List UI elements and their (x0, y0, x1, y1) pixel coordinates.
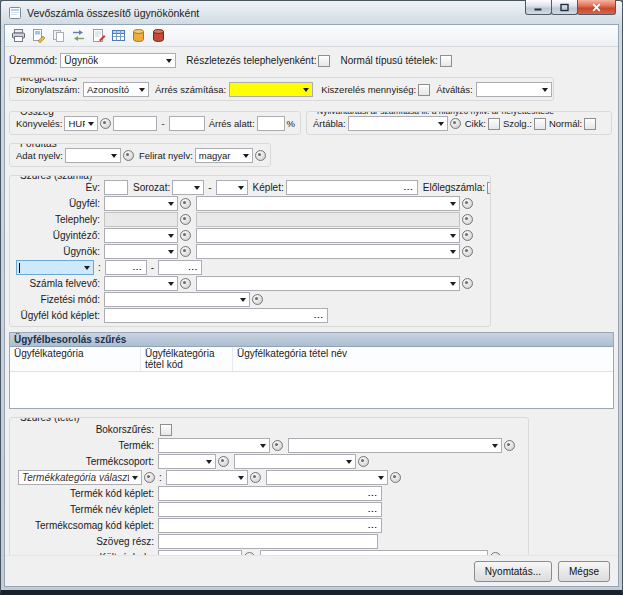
payment-method-combo[interactable] (104, 292, 250, 307)
dropdown-arrow-icon[interactable] (111, 154, 117, 158)
info-icon[interactable] (218, 456, 229, 467)
range-to-field[interactable]: ... (158, 260, 202, 275)
price-table-combo[interactable] (348, 116, 448, 131)
dropdown-arrow-icon[interactable] (243, 154, 249, 158)
doc-number-combo[interactable]: Azonosító (83, 82, 149, 97)
ellipsis-button[interactable]: ... (188, 264, 198, 272)
info-icon[interactable] (390, 472, 401, 483)
package-code-formula-field[interactable]: ... (158, 518, 382, 533)
category-select-combo[interactable]: Termékkategória választás (18, 470, 142, 485)
bush-filter-checkbox[interactable] (160, 424, 172, 436)
detail-per-site-checkbox[interactable] (318, 55, 330, 67)
dropdown-arrow-icon[interactable] (240, 298, 246, 302)
info-icon[interactable] (504, 440, 515, 451)
info-icon[interactable] (490, 552, 501, 555)
administrator-code-combo[interactable] (104, 228, 178, 243)
info-icon[interactable] (180, 198, 191, 209)
cost-center-code-combo[interactable] (158, 550, 242, 555)
ellipsis-button[interactable]: ... (133, 264, 143, 272)
minimize-button[interactable] (525, 0, 552, 15)
product-name-formula-field[interactable]: ... (158, 502, 382, 517)
dropdown-arrow-icon[interactable] (378, 476, 384, 480)
normal-checkbox[interactable] (584, 118, 596, 130)
info-icon[interactable] (272, 440, 283, 451)
close-button[interactable] (577, 0, 616, 15)
dropdown-arrow-icon[interactable] (132, 476, 138, 480)
service-checkbox[interactable] (534, 118, 546, 130)
conversion-combo[interactable] (476, 82, 552, 97)
info-icon[interactable] (180, 246, 191, 257)
info-icon[interactable] (462, 214, 473, 225)
category-code-combo[interactable] (166, 470, 248, 485)
product-code-formula-field[interactable]: ... (158, 486, 382, 501)
info-icon[interactable] (250, 472, 261, 483)
dropdown-arrow-icon[interactable] (238, 186, 244, 190)
product-code-combo[interactable] (158, 438, 270, 453)
info-icon[interactable] (462, 278, 473, 289)
dropdown-arrow-icon[interactable] (168, 250, 174, 254)
dropdown-arrow-icon[interactable] (450, 234, 456, 238)
dropdown-arrow-icon[interactable] (450, 282, 456, 286)
amount-from-field[interactable] (113, 116, 157, 131)
ellipsis-button[interactable]: ... (368, 522, 378, 530)
dropdown-arrow-icon[interactable] (168, 282, 174, 286)
cancel-button[interactable]: Mégse (558, 561, 610, 582)
range-from-field[interactable]: ... (105, 260, 147, 275)
year-field[interactable] (104, 180, 128, 195)
info-icon[interactable] (180, 230, 191, 241)
dropdown-arrow-icon[interactable] (168, 234, 174, 238)
mode-combo[interactable]: Ügynök (60, 53, 176, 68)
column-header-item-name[interactable]: Ügyfélkategória tétel név (233, 347, 613, 371)
recorder-name-combo[interactable] (196, 276, 460, 291)
product-group-code-combo[interactable] (158, 454, 216, 469)
info-icon[interactable] (244, 552, 255, 555)
dropdown-arrow-icon[interactable] (438, 122, 444, 126)
edit-icon[interactable] (90, 27, 107, 44)
dropdown-arrow-icon[interactable] (450, 250, 456, 254)
dropdown-arrow-icon[interactable] (542, 88, 548, 92)
column-header-category[interactable]: Ügyfélkategória (10, 347, 141, 371)
dropdown-arrow-icon[interactable] (166, 59, 172, 63)
info-icon[interactable] (462, 246, 473, 257)
ellipsis-button[interactable]: ... (368, 490, 378, 498)
dropdown-arrow-icon[interactable] (346, 460, 352, 464)
info-icon[interactable] (123, 150, 134, 161)
product-name-combo[interactable] (288, 438, 502, 453)
dropdown-arrow-icon[interactable] (84, 266, 90, 270)
currency-combo[interactable]: HUF (64, 116, 98, 131)
info-icon[interactable] (252, 294, 263, 305)
dropdown-arrow-icon[interactable] (194, 186, 200, 190)
administrator-name-combo[interactable] (196, 228, 460, 243)
info-icon[interactable] (462, 230, 473, 241)
caption-language-combo[interactable]: magyar (195, 148, 253, 163)
info-icon[interactable] (144, 472, 155, 483)
agent-code-combo[interactable] (104, 244, 178, 259)
column-header-item-code[interactable]: Ügyfélkategória tétel kód (141, 347, 233, 371)
dropdown-arrow-icon[interactable] (168, 202, 174, 206)
print-button[interactable]: Nyomtatás... (474, 561, 552, 582)
customer-code-formula-field[interactable]: ... (104, 308, 328, 323)
database-orange-icon[interactable] (130, 27, 147, 44)
table-icon[interactable] (110, 27, 127, 44)
series-from-combo[interactable] (172, 180, 204, 195)
ellipsis-button[interactable]: ... (404, 184, 414, 192)
export-image-icon[interactable] (30, 27, 47, 44)
cost-center-name-combo[interactable] (260, 550, 488, 555)
product-group-name-combo[interactable] (234, 454, 356, 469)
recorder-code-combo[interactable] (104, 276, 178, 291)
ellipsis-button[interactable]: ... (314, 312, 324, 320)
packaging-qty-checkbox[interactable] (418, 84, 430, 96)
titlebar[interactable]: Vevőszámla összesítő ügynökönként (4, 1, 619, 24)
advance-invoice-checkbox[interactable] (487, 182, 491, 194)
margin-calc-combo[interactable] (229, 82, 313, 97)
dropdown-arrow-icon[interactable] (260, 444, 266, 448)
info-icon[interactable] (450, 118, 461, 129)
amount-to-field[interactable] (169, 116, 205, 131)
focused-filter-combo[interactable] (16, 260, 94, 275)
formula-field[interactable]: ... (286, 180, 418, 195)
info-icon[interactable] (255, 150, 266, 161)
info-icon[interactable] (100, 118, 111, 129)
database-red-icon[interactable] (150, 27, 167, 44)
dropdown-arrow-icon[interactable] (238, 476, 244, 480)
dropdown-arrow-icon[interactable] (206, 460, 212, 464)
